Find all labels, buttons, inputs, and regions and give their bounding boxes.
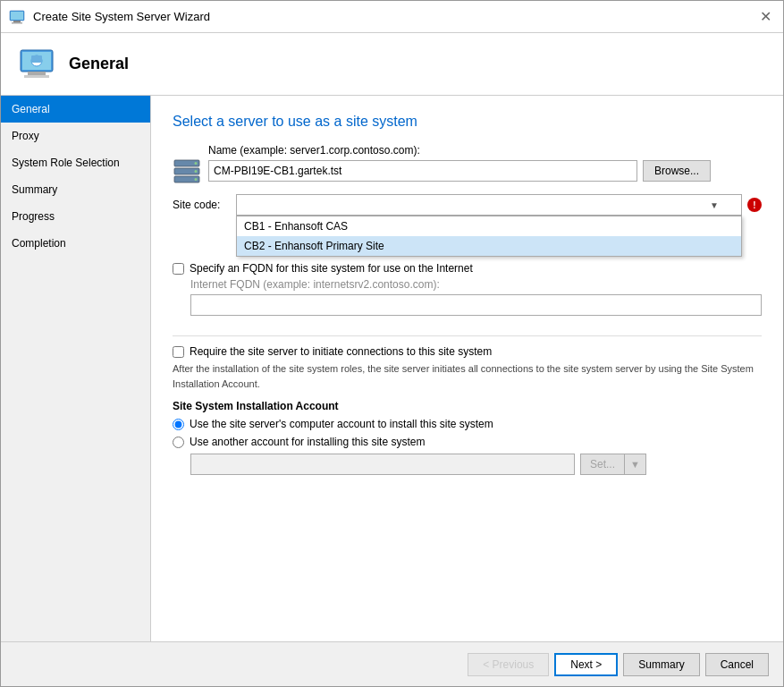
require-site-server-label: Require the site server to initiate conn…	[190, 345, 492, 358]
sidebar: General Proxy System Role Selection Summ…	[1, 96, 151, 641]
fqdn-section: Specify an FQDN for this site system for…	[173, 262, 762, 327]
wizard-footer: < Previous Next > Summary Cancel	[1, 641, 783, 686]
use-computer-account-radio[interactable]	[173, 419, 184, 430]
name-field-content: Name (example: server1.corp.contoso.com)…	[208, 144, 762, 182]
sidebar-item-summary[interactable]: Summary	[1, 176, 150, 203]
dropdown-item-cb1[interactable]: CB1 - Enhansoft CAS	[237, 216, 741, 236]
dropdown-item-cb2[interactable]: CB2 - Enhansoft Primary Site	[237, 236, 741, 256]
cancel-button[interactable]: Cancel	[705, 653, 769, 676]
site-code-container: Site code: CB1 - Enhansoft CAS CB2 - Enh…	[173, 194, 762, 216]
wizard-header: General	[1, 33, 783, 96]
svg-rect-9	[31, 55, 42, 63]
use-another-account-label: Use another account for installing this …	[190, 436, 425, 448]
browse-button[interactable]: Browse...	[643, 160, 711, 182]
sidebar-item-completion[interactable]: Completion	[1, 230, 150, 257]
account-section-label: Site System Installation Account	[173, 400, 762, 412]
svg-point-13	[195, 162, 198, 165]
svg-rect-7	[24, 75, 49, 78]
site-code-label: Site code:	[173, 199, 231, 211]
require-site-server-row: Require the site server to initiate conn…	[173, 345, 762, 358]
svg-point-14	[195, 170, 198, 173]
specify-fqdn-label: Specify an FQDN for this site system for…	[190, 262, 473, 275]
site-code-dropdown-list: CB1 - Enhansoft CAS CB2 - Enhansoft Prim…	[236, 216, 742, 257]
svg-point-15	[195, 178, 198, 181]
sidebar-item-general[interactable]: General	[1, 96, 150, 123]
site-code-row: Site code: CB1 - Enhansoft CAS CB2 - Enh…	[173, 194, 762, 216]
site-code-select[interactable]: CB1 - Enhansoft CAS CB2 - Enhansoft Prim…	[236, 194, 742, 216]
svg-rect-3	[11, 12, 23, 20]
account-input[interactable]	[190, 454, 575, 475]
sidebar-item-progress[interactable]: Progress	[1, 203, 150, 230]
site-code-select-wrapper: CB1 - Enhansoft CAS CB2 - Enhansoft Prim…	[236, 194, 742, 216]
sidebar-item-system-role-selection[interactable]: System Role Selection	[1, 149, 150, 176]
sidebar-item-proxy[interactable]: Proxy	[1, 123, 150, 149]
radio-use-computer-account: Use the site server's computer account t…	[173, 418, 762, 430]
svg-rect-6	[28, 72, 46, 75]
window-title: Create Site System Server Wizard	[33, 10, 210, 23]
fqdn-input[interactable]	[190, 294, 762, 316]
name-field-label: Name (example: server1.corp.contoso.com)…	[208, 144, 762, 157]
title-bar-left: Create Site System Server Wizard	[8, 8, 210, 26]
name-field-group: Name (example: server1.corp.contoso.com)…	[173, 144, 762, 185]
content-area: General Proxy System Role Selection Summ…	[1, 96, 783, 641]
error-indicator: !	[747, 198, 762, 212]
summary-button[interactable]: Summary	[623, 653, 699, 676]
close-button[interactable]: ✕	[754, 6, 776, 28]
svg-rect-1	[13, 21, 21, 22]
specify-fqdn-row: Specify an FQDN for this site system for…	[173, 262, 762, 275]
use-computer-account-label: Use the site server's computer account t…	[190, 418, 493, 430]
require-site-server-block: Require the site server to initiate conn…	[173, 345, 762, 391]
set-dropdown-button[interactable]: ▼	[624, 454, 646, 475]
name-input[interactable]	[208, 160, 637, 182]
svg-rect-2	[12, 22, 22, 24]
radio-use-another-account: Use another account for installing this …	[173, 436, 762, 448]
title-bar: Create Site System Server Wizard ✕	[1, 1, 783, 33]
specify-fqdn-checkbox[interactable]	[173, 263, 184, 275]
fqdn-label: Internet FQDN (example: internetsrv2.con…	[190, 278, 762, 291]
description-text: After the installation of the site syste…	[173, 361, 762, 391]
use-another-account-radio[interactable]	[173, 437, 184, 448]
set-button-wrapper: Set... ▼	[580, 454, 646, 475]
header-title: General	[69, 55, 129, 73]
set-button[interactable]: Set...	[580, 454, 624, 475]
account-section: Site System Installation Account Use the…	[173, 400, 762, 475]
window-icon	[8, 8, 26, 26]
next-button[interactable]: Next >	[554, 653, 618, 676]
server-icon	[173, 157, 201, 185]
previous-button[interactable]: < Previous	[468, 653, 549, 676]
wizard-window: Create Site System Server Wizard ✕ Gener…	[0, 0, 784, 687]
page-title: Select a server to use as a site system	[173, 114, 762, 130]
main-content: Select a server to use as a site system …	[151, 96, 783, 641]
header-icon	[15, 43, 58, 86]
require-site-server-checkbox[interactable]	[173, 346, 184, 358]
name-input-row: Browse...	[208, 160, 762, 182]
another-account-input-row: Set... ▼	[190, 454, 762, 475]
